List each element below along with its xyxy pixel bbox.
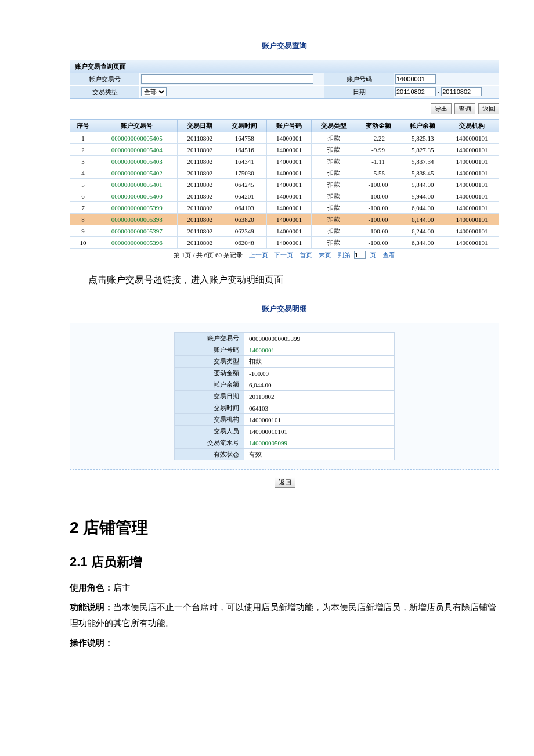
select-txn-type[interactable]: 全部 <box>141 87 167 96</box>
detail-value: 扣款 <box>244 356 395 368</box>
col-header-7: 帐户余额 <box>400 120 445 132</box>
txn-link[interactable]: 0000000000005396 <box>111 239 163 246</box>
query-page-title: 账户交易查询 <box>70 41 499 51</box>
table-row: 500000000000054012011080206424514000001扣… <box>70 179 499 190</box>
detail-label: 交易类型 <box>175 356 244 368</box>
pager-summary: 第 1页 / 共 6页 60 条记录 <box>174 251 243 258</box>
label-acct-no: 账户号码 <box>324 73 394 85</box>
txn-link[interactable]: 0000000000005403 <box>111 158 163 165</box>
detail-row: 交易机构1400000101 <box>175 414 395 426</box>
detail-value: 064103 <box>244 402 395 414</box>
col-header-3: 交易时间 <box>222 120 267 132</box>
label-txn-type: 交易类型 <box>70 86 140 98</box>
detail-value: -100.00 <box>244 368 395 379</box>
txn-link[interactable]: 0000000000005399 <box>111 204 163 211</box>
detail-value: 20110802 <box>244 391 395 402</box>
table-row: 700000000000053992011080206410314000001扣… <box>70 202 499 214</box>
col-header-5: 交易类型 <box>311 120 356 132</box>
table-row: 600000000000054002011080206420114000001扣… <box>70 190 499 202</box>
detail-label: 帐户余额 <box>175 379 244 391</box>
pager-prev[interactable]: 上一页 <box>249 251 268 258</box>
detail-label: 账户号码 <box>175 344 244 356</box>
pager-next[interactable]: 下一页 <box>274 251 293 258</box>
detail-row: 交易日期20110802 <box>175 391 395 402</box>
pager-last[interactable]: 末页 <box>319 251 331 258</box>
detail-label: 交易日期 <box>175 391 244 402</box>
detail-link[interactable]: 14000001 <box>249 347 275 354</box>
detail-row: 账户号码14000001 <box>175 344 395 356</box>
pager-page-suffix: 页 <box>370 251 376 258</box>
pager-page-input[interactable] <box>354 251 366 259</box>
col-header-4: 账户号码 <box>267 120 312 132</box>
role-line: 使用角色：店主 <box>70 579 499 596</box>
back-button[interactable]: 返回 <box>478 103 499 114</box>
detail-label: 交易人员 <box>175 426 244 437</box>
detail-value: 1400000101 <box>244 414 395 426</box>
detail-panel: 账户交易号0000000000005399账户号码14000001交易类型扣款变… <box>70 323 499 470</box>
detail-value: 140000010101 <box>244 426 395 437</box>
detail-value: 14000001 <box>244 344 395 356</box>
table-row: 100000000000054052011080216475814000001扣… <box>70 132 499 144</box>
detail-value: 140000005099 <box>244 437 395 449</box>
section-2-heading: 2 店铺管理 <box>70 517 499 539</box>
txn-link[interactable]: 0000000000005400 <box>111 193 163 200</box>
input-acct-no[interactable] <box>395 74 436 84</box>
txn-link[interactable]: 0000000000005404 <box>111 146 163 153</box>
col-header-0: 序号 <box>70 120 96 132</box>
col-header-1: 账户交易号 <box>96 120 178 132</box>
txn-link[interactable]: 0000000000005401 <box>111 181 163 188</box>
txn-link[interactable]: 0000000000005398 <box>111 216 163 223</box>
table-row: 900000000000053972011080206234914000001扣… <box>70 225 499 237</box>
detail-back-button[interactable]: 返回 <box>275 477 295 488</box>
col-header-6: 变动金额 <box>356 120 400 132</box>
query-panel: 账户交易查询页面 帐户交易号 账户号码 交易类型 全部 日期 - <box>70 60 499 99</box>
detail-label: 有效状态 <box>175 449 244 460</box>
detail-value: 0000000000005399 <box>244 333 395 344</box>
detail-link[interactable]: 140000005099 <box>249 440 287 447</box>
detail-value: 6,044.00 <box>244 379 395 391</box>
detail-label: 交易流水号 <box>175 437 244 449</box>
label-date: 日期 <box>324 86 394 98</box>
table-row: 400000000000054022011080217503014000001扣… <box>70 167 499 179</box>
detail-row: 交易流水号140000005099 <box>175 437 395 449</box>
input-date-to[interactable] <box>441 87 482 96</box>
detail-row: 交易时间064103 <box>175 402 395 414</box>
label-txn-no: 帐户交易号 <box>70 73 140 85</box>
pager-goto-label: 到第 <box>338 251 351 258</box>
query-button[interactable]: 查询 <box>454 103 475 114</box>
date-sep: - <box>438 88 440 95</box>
table-row: 800000000000053982011080206382014000001扣… <box>70 214 499 225</box>
detail-row: 变动金额-100.00 <box>175 368 395 379</box>
pager-view[interactable]: 查看 <box>383 251 395 258</box>
func-line: 功能说明：当本便民店不止一个台席时，可以使用店员新增功能，为本便民店新增店员，新… <box>70 599 499 631</box>
section-2-1-heading: 2.1 店员新增 <box>70 553 499 571</box>
detail-row: 账户交易号0000000000005399 <box>175 333 395 344</box>
col-header-2: 交易日期 <box>178 120 222 132</box>
input-date-from[interactable] <box>395 87 436 96</box>
pager: 第 1页 / 共 6页 60 条记录 上一页 下一页 首页 末页 到第 页 查看 <box>70 249 499 262</box>
detail-label: 交易时间 <box>175 402 244 414</box>
detail-value: 有效 <box>244 449 395 460</box>
pager-first[interactable]: 首页 <box>300 251 312 258</box>
col-header-8: 交易机构 <box>445 120 499 132</box>
op-line: 操作说明： <box>70 635 499 651</box>
detail-row: 交易人员140000010101 <box>175 426 395 437</box>
detail-page-title: 账户交易明细 <box>70 304 499 314</box>
detail-label: 交易机构 <box>175 414 244 426</box>
txn-link[interactable]: 0000000000005397 <box>111 228 163 235</box>
table-row: 1000000000000053962011080206204814000001… <box>70 237 499 249</box>
detail-row: 交易类型扣款 <box>175 356 395 368</box>
input-txn-no[interactable] <box>141 74 313 84</box>
table-row: 200000000000054042011080216451614000001扣… <box>70 144 499 156</box>
export-button[interactable]: 导出 <box>431 103 452 114</box>
button-bar: 导出 查询 返回 <box>70 103 499 114</box>
detail-label: 账户交易号 <box>175 333 244 344</box>
detail-row: 有效状态有效 <box>175 449 395 460</box>
detail-row: 帐户余额6,044.00 <box>175 379 395 391</box>
txn-link[interactable]: 0000000000005402 <box>111 170 163 177</box>
link-instruction: 点击账户交易号超链接，进入账户变动明细页面 <box>70 274 499 286</box>
table-row: 300000000000054032011080216434114000001扣… <box>70 156 499 167</box>
detail-label: 变动金额 <box>175 368 244 379</box>
query-panel-header: 账户交易查询页面 <box>70 60 499 73</box>
txn-link[interactable]: 0000000000005405 <box>111 135 163 142</box>
